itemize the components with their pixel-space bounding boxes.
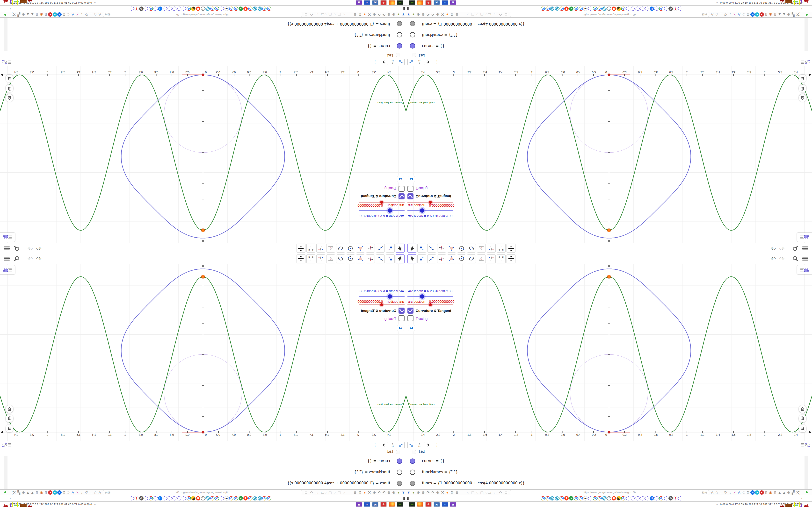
bookmark-favicon-ya[interactable]: Я <box>612 6 616 11</box>
algebra-row[interactable]: curves = {} <box>406 456 812 467</box>
algebra-row[interactable]: funcNames = {" "} <box>0 467 406 478</box>
extension-plus-blue-icon[interactable]: + <box>750 490 755 495</box>
browser-olive-icon[interactable]: ● <box>411 490 416 495</box>
taskbar-app-floppy[interactable]: 64 <box>442 0 448 5</box>
sort-by-type-button[interactable] <box>407 442 415 448</box>
animation-play-button[interactable]: ▶ <box>397 176 404 182</box>
redo-button[interactable]: ↷ <box>28 256 33 262</box>
algebra-stylebar-right-icon[interactable] <box>2 58 11 65</box>
bookmark-favicon-G[interactable]: G <box>621 6 625 11</box>
zoom-in-button[interactable] <box>799 85 806 93</box>
address-bar[interactable]: https://www.geogebra.org/classic/aagcxh3… <box>510 490 709 495</box>
browser-cone-icon[interactable]: ▼ <box>401 490 406 495</box>
extension-translate-icon[interactable]: A <box>710 12 714 17</box>
bookmark-favicon-ya[interactable]: Я <box>564 496 569 501</box>
extension-download-icon[interactable]: ↓ <box>728 12 732 17</box>
bookmark-favicon-G[interactable]: G <box>234 496 238 501</box>
bookmark-favicon-ya[interactable]: Я <box>243 6 248 11</box>
bookmarks-collapse-chevron[interactable]: ∧ <box>800 497 802 500</box>
show-input-fx-button[interactable]: fx <box>416 59 423 65</box>
tool-perpendicular-line[interactable] <box>437 255 446 264</box>
extension-shield-cyan-icon[interactable]: ▼ <box>755 490 759 495</box>
taskbar-app-capture[interactable]: ▬ <box>409 502 415 507</box>
algebra-more-menu[interactable]: ⋮ <box>433 442 440 448</box>
bookmark-favicon-ball[interactable] <box>258 496 262 501</box>
bookmark-favicon-G[interactable]: G <box>546 6 550 11</box>
bookmark-favicon-wheel[interactable] <box>630 496 635 501</box>
tool-move[interactable] <box>407 255 416 264</box>
bookmark-favicon-G[interactable]: G <box>248 496 253 501</box>
extension-download-icon[interactable]: ↓ <box>80 12 84 17</box>
extension-trash-icon[interactable]: ▯ <box>35 490 39 495</box>
tool-move[interactable] <box>396 255 405 264</box>
taskbar-app-floppy[interactable]: 64 <box>364 0 370 5</box>
browser-overflow-menu[interactable]: ⋮ <box>9 490 16 496</box>
visibility-toggle[interactable] <box>410 481 415 486</box>
algebra-scrollbar[interactable] <box>4 18 7 51</box>
bookmark-favicon-ball[interactable] <box>555 496 559 501</box>
algebra-row[interactable]: funcs = {1.000000000000 + cos(4.00000000… <box>0 18 406 29</box>
bookmark-favicon-G[interactable]: G <box>546 496 550 501</box>
browser-globe-icon[interactable]: ⊕ <box>392 490 396 495</box>
taskbar-app-disc[interactable]: ◉ <box>356 0 362 5</box>
browser-wrench-icon[interactable]: ⚒ <box>440 12 445 17</box>
extension-shield-gray-icon[interactable]: ▲ <box>26 490 30 495</box>
algebra-scrollbar[interactable] <box>805 456 808 489</box>
tool-ellipse[interactable] <box>336 243 345 252</box>
bookmark-favicon-ball[interactable] <box>253 6 257 11</box>
bookmark-favicon-W[interactable]: W <box>224 496 229 501</box>
extension-trash-icon[interactable]: ▯ <box>764 490 768 495</box>
bookmark-favicon-G[interactable]: G <box>597 6 602 11</box>
extension-shield-lo-icon[interactable]: ▲ <box>30 490 35 495</box>
browser-firefox-icon[interactable]: ● <box>362 12 367 17</box>
bookmark-favicon-wheel[interactable] <box>130 496 134 501</box>
taskbar-app-monitor[interactable]: ▣ <box>372 502 378 507</box>
bookmark-favicon-ball[interactable] <box>253 496 257 501</box>
browser-globe-icon[interactable]: ⊕ <box>416 12 420 17</box>
main-menu-button[interactable] <box>802 256 809 263</box>
visibility-toggle[interactable] <box>410 458 415 464</box>
bookmark-favicon-wheel[interactable] <box>588 6 592 11</box>
bookmarks-collapse-chevron[interactable]: ∧ <box>10 7 12 10</box>
browser-olive-icon[interactable]: ● <box>396 490 401 495</box>
bookmark-favicon-wheel[interactable] <box>182 6 186 11</box>
extension-refresh-icon[interactable]: ↻ <box>84 12 89 17</box>
browser-folder-icon[interactable]: ▭ <box>487 12 492 17</box>
extension-puzzle-icon[interactable]: ▞ <box>791 490 795 495</box>
tool-perpendicular-line[interactable] <box>366 255 375 264</box>
bookmark-favicon-wheel[interactable] <box>636 496 640 501</box>
arc-position-point[interactable] <box>202 74 204 76</box>
extension-shield-gray-icon[interactable]: ▲ <box>782 12 786 17</box>
arc-length-slider-track[interactable] <box>359 296 405 297</box>
bookmarks-collapse-chevron[interactable]: ∧ <box>800 7 802 10</box>
bookmark-favicon-img[interactable]: ◣ <box>616 496 621 501</box>
browser-olive-icon[interactable]: ● <box>411 12 416 17</box>
curvature-value-point[interactable] <box>607 229 611 232</box>
bookmark-favicon-G[interactable]: G <box>593 496 597 501</box>
undo-button[interactable]: ↶ <box>36 245 42 251</box>
zoom-home-button[interactable] <box>799 405 806 413</box>
tool-line[interactable] <box>376 255 385 264</box>
algebra-row[interactable]: funcNames = {" "} <box>406 29 812 40</box>
bookmark-favicon-G[interactable]: G <box>559 6 564 11</box>
tool-slider[interactable]: a = 2 <box>306 255 315 264</box>
bookmark-favicon-G[interactable]: G <box>659 496 663 501</box>
extension-mouse-icon[interactable]: ⬭ <box>742 12 746 17</box>
taskbar-chevron[interactable]: ∧ <box>94 1 96 4</box>
extension-arrowright-icon[interactable]: → <box>89 12 93 17</box>
taskbar-app-monitor[interactable]: ▣ <box>434 0 440 5</box>
bookmark-favicon-gear[interactable]: ⚙ <box>668 496 673 501</box>
visibility-toggle[interactable] <box>397 32 402 38</box>
taskbar-app-capture[interactable]: ▬ <box>409 0 415 5</box>
browser-globe-icon[interactable]: ⊕ <box>387 490 391 495</box>
bookmark-favicon-G[interactable]: G <box>215 6 219 11</box>
tool-angle[interactable]: α <box>326 255 335 264</box>
bookmarks-collapse-chevron[interactable]: ∧ <box>10 497 12 500</box>
bookmark-favicon-G[interactable]: G <box>187 6 191 11</box>
bookmark-favicon-wheel[interactable] <box>664 6 668 11</box>
tool-slider[interactable]: a = 2 <box>497 243 506 252</box>
browser-redo-icon[interactable]: ↷ <box>382 490 386 495</box>
browser-gear-icon[interactable]: ⚙ <box>358 12 362 17</box>
tool-reflect[interactable] <box>487 255 496 264</box>
extension-star-icon[interactable]: ☆ <box>93 12 97 17</box>
